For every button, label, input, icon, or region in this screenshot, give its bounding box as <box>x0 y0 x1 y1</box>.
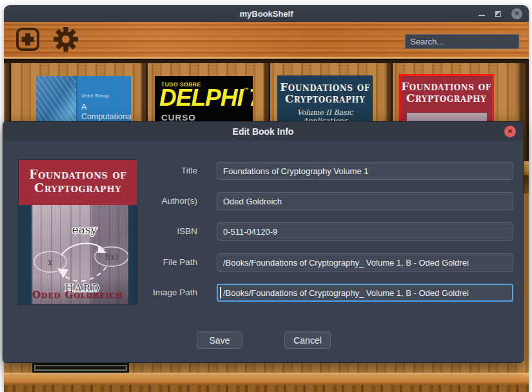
edit-book-dialog: Edit Book Info ✕ Foundations of Cryptogr… <box>3 121 524 363</box>
book3-title-line2: Cryptography <box>277 93 373 104</box>
dialog-close-icon[interactable]: ✕ <box>504 126 516 137</box>
form-row-isbn: ISBN <box>3 222 523 240</box>
add-book-button[interactable] <box>16 28 39 51</box>
minimize-icon[interactable] <box>478 15 485 16</box>
isbn-field[interactable] <box>217 222 513 240</box>
title-field[interactable] <box>217 162 513 180</box>
window-controls: ✕ <box>478 5 522 22</box>
toolbar <box>4 22 529 57</box>
bottom-wood-panel <box>4 385 529 392</box>
title-label: Title <box>120 162 197 180</box>
settings-button[interactable] <box>53 26 79 52</box>
close-icon[interactable]: ✕ <box>511 8 522 19</box>
form-row-file-path: File Path <box>3 253 523 271</box>
form-row-image-path: Image Path <box>3 284 523 302</box>
search-input[interactable] <box>405 34 519 49</box>
file-path-label: File Path <box>120 253 197 271</box>
book2-number: 7 <box>249 84 253 111</box>
book3-title: Foundations of Cryptography <box>277 75 373 104</box>
file-path-field[interactable] <box>217 253 513 271</box>
book4-title-line2: Cryptography <box>400 92 492 104</box>
title-bar: myBookShelf ✕ <box>4 5 529 22</box>
bottom-shelf-board <box>4 373 529 385</box>
book2-tm: ™ <box>243 86 249 93</box>
image-path-field[interactable] <box>217 284 513 302</box>
window-title: myBookShelf <box>239 9 293 19</box>
book1-author: Victor Shoup <box>81 93 109 99</box>
dialog-header: Edit Book Info ✕ <box>3 122 523 141</box>
book3-title-line1: Foundations of <box>277 81 373 93</box>
save-button[interactable]: Save <box>197 331 242 349</box>
authors-label: Author(s) <box>120 192 197 210</box>
image-path-label: Image Path <box>120 284 197 302</box>
cancel-button[interactable]: Cancel <box>284 331 331 349</box>
book4-title-line1: Foundations of <box>400 81 492 92</box>
form-row-title: Title <box>3 162 523 180</box>
book4-title: Foundations of Cryptography <box>400 76 492 104</box>
book2-title: DELPHI™7 <box>159 84 253 112</box>
add-book-icon <box>25 34 30 46</box>
authors-field[interactable] <box>217 192 513 210</box>
book2-title-text: DELPHI <box>159 84 243 111</box>
shelf-top-band <box>4 59 529 63</box>
text-caret <box>220 287 221 299</box>
book1-title-line1: A Computational <box>81 103 131 122</box>
dialog-title: Edit Book Info <box>233 126 294 137</box>
restore-icon[interactable] <box>495 11 501 17</box>
settings-gear-icon <box>53 26 79 52</box>
form-row-authors: Author(s) <box>3 192 523 210</box>
isbn-label: ISBN <box>120 222 197 240</box>
lower-shelf-book-bottom <box>32 363 129 373</box>
